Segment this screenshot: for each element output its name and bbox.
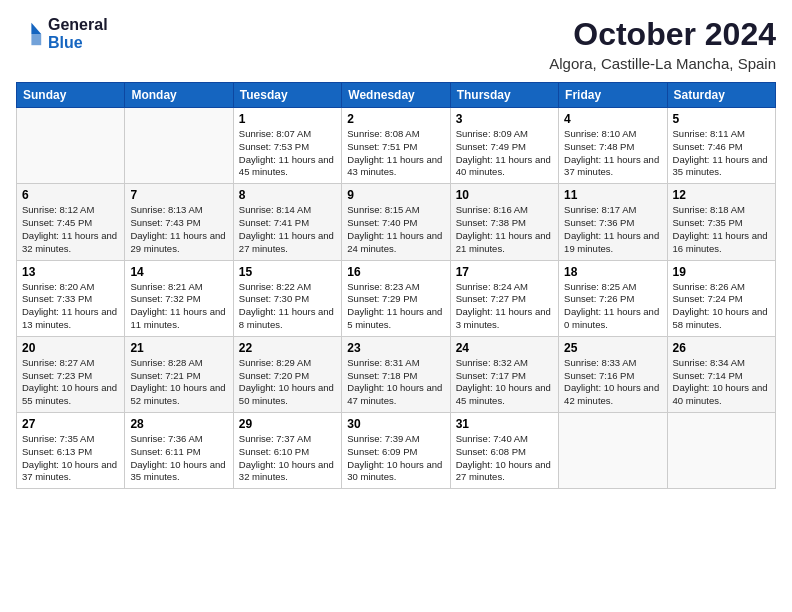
logo-blue: Blue xyxy=(48,34,83,51)
day-cell: 8Sunrise: 8:14 AM Sunset: 7:41 PM Daylig… xyxy=(233,184,341,260)
col-saturday: Saturday xyxy=(667,83,775,108)
day-detail: Sunrise: 8:10 AM Sunset: 7:48 PM Dayligh… xyxy=(564,128,661,179)
day-cell: 23Sunrise: 8:31 AM Sunset: 7:18 PM Dayli… xyxy=(342,336,450,412)
day-detail: Sunrise: 7:40 AM Sunset: 6:08 PM Dayligh… xyxy=(456,433,553,484)
day-detail: Sunrise: 8:11 AM Sunset: 7:46 PM Dayligh… xyxy=(673,128,770,179)
day-cell: 22Sunrise: 8:29 AM Sunset: 7:20 PM Dayli… xyxy=(233,336,341,412)
day-cell: 7Sunrise: 8:13 AM Sunset: 7:43 PM Daylig… xyxy=(125,184,233,260)
logo-icon xyxy=(16,20,44,48)
day-number: 20 xyxy=(22,341,119,355)
day-number: 1 xyxy=(239,112,336,126)
day-detail: Sunrise: 8:08 AM Sunset: 7:51 PM Dayligh… xyxy=(347,128,444,179)
day-detail: Sunrise: 8:21 AM Sunset: 7:32 PM Dayligh… xyxy=(130,281,227,332)
week-row-5: 27Sunrise: 7:35 AM Sunset: 6:13 PM Dayli… xyxy=(17,413,776,489)
day-cell: 3Sunrise: 8:09 AM Sunset: 7:49 PM Daylig… xyxy=(450,108,558,184)
day-cell: 31Sunrise: 7:40 AM Sunset: 6:08 PM Dayli… xyxy=(450,413,558,489)
day-cell: 19Sunrise: 8:26 AM Sunset: 7:24 PM Dayli… xyxy=(667,260,775,336)
day-cell: 11Sunrise: 8:17 AM Sunset: 7:36 PM Dayli… xyxy=(559,184,667,260)
day-detail: Sunrise: 8:18 AM Sunset: 7:35 PM Dayligh… xyxy=(673,204,770,255)
day-cell xyxy=(559,413,667,489)
day-number: 21 xyxy=(130,341,227,355)
day-number: 30 xyxy=(347,417,444,431)
day-cell: 20Sunrise: 8:27 AM Sunset: 7:23 PM Dayli… xyxy=(17,336,125,412)
week-row-4: 20Sunrise: 8:27 AM Sunset: 7:23 PM Dayli… xyxy=(17,336,776,412)
day-cell xyxy=(667,413,775,489)
day-detail: Sunrise: 8:09 AM Sunset: 7:49 PM Dayligh… xyxy=(456,128,553,179)
day-detail: Sunrise: 8:12 AM Sunset: 7:45 PM Dayligh… xyxy=(22,204,119,255)
week-row-2: 6Sunrise: 8:12 AM Sunset: 7:45 PM Daylig… xyxy=(17,184,776,260)
day-cell: 17Sunrise: 8:24 AM Sunset: 7:27 PM Dayli… xyxy=(450,260,558,336)
month-title: October 2024 xyxy=(549,16,776,53)
col-friday: Friday xyxy=(559,83,667,108)
day-detail: Sunrise: 8:15 AM Sunset: 7:40 PM Dayligh… xyxy=(347,204,444,255)
day-cell: 24Sunrise: 8:32 AM Sunset: 7:17 PM Dayli… xyxy=(450,336,558,412)
day-detail: Sunrise: 8:25 AM Sunset: 7:26 PM Dayligh… xyxy=(564,281,661,332)
location-subtitle: Algora, Castille-La Mancha, Spain xyxy=(549,55,776,72)
day-number: 2 xyxy=(347,112,444,126)
day-number: 6 xyxy=(22,188,119,202)
day-detail: Sunrise: 8:26 AM Sunset: 7:24 PM Dayligh… xyxy=(673,281,770,332)
day-cell: 5Sunrise: 8:11 AM Sunset: 7:46 PM Daylig… xyxy=(667,108,775,184)
day-number: 11 xyxy=(564,188,661,202)
day-cell: 25Sunrise: 8:33 AM Sunset: 7:16 PM Dayli… xyxy=(559,336,667,412)
logo-general: General xyxy=(48,16,108,33)
day-number: 9 xyxy=(347,188,444,202)
day-cell xyxy=(17,108,125,184)
week-row-3: 13Sunrise: 8:20 AM Sunset: 7:33 PM Dayli… xyxy=(17,260,776,336)
day-number: 29 xyxy=(239,417,336,431)
day-cell: 6Sunrise: 8:12 AM Sunset: 7:45 PM Daylig… xyxy=(17,184,125,260)
day-number: 16 xyxy=(347,265,444,279)
day-detail: Sunrise: 7:37 AM Sunset: 6:10 PM Dayligh… xyxy=(239,433,336,484)
logo-text: General Blue xyxy=(48,16,108,51)
col-thursday: Thursday xyxy=(450,83,558,108)
day-cell: 29Sunrise: 7:37 AM Sunset: 6:10 PM Dayli… xyxy=(233,413,341,489)
day-detail: Sunrise: 8:22 AM Sunset: 7:30 PM Dayligh… xyxy=(239,281,336,332)
day-detail: Sunrise: 8:17 AM Sunset: 7:36 PM Dayligh… xyxy=(564,204,661,255)
day-detail: Sunrise: 8:34 AM Sunset: 7:14 PM Dayligh… xyxy=(673,357,770,408)
day-number: 23 xyxy=(347,341,444,355)
day-cell: 1Sunrise: 8:07 AM Sunset: 7:53 PM Daylig… xyxy=(233,108,341,184)
day-number: 15 xyxy=(239,265,336,279)
day-number: 24 xyxy=(456,341,553,355)
day-detail: Sunrise: 8:16 AM Sunset: 7:38 PM Dayligh… xyxy=(456,204,553,255)
day-number: 4 xyxy=(564,112,661,126)
day-detail: Sunrise: 7:39 AM Sunset: 6:09 PM Dayligh… xyxy=(347,433,444,484)
day-cell: 30Sunrise: 7:39 AM Sunset: 6:09 PM Dayli… xyxy=(342,413,450,489)
day-cell: 9Sunrise: 8:15 AM Sunset: 7:40 PM Daylig… xyxy=(342,184,450,260)
day-cell: 18Sunrise: 8:25 AM Sunset: 7:26 PM Dayli… xyxy=(559,260,667,336)
day-detail: Sunrise: 8:32 AM Sunset: 7:17 PM Dayligh… xyxy=(456,357,553,408)
day-number: 10 xyxy=(456,188,553,202)
day-detail: Sunrise: 8:24 AM Sunset: 7:27 PM Dayligh… xyxy=(456,281,553,332)
day-number: 13 xyxy=(22,265,119,279)
day-detail: Sunrise: 8:13 AM Sunset: 7:43 PM Dayligh… xyxy=(130,204,227,255)
day-number: 18 xyxy=(564,265,661,279)
day-number: 19 xyxy=(673,265,770,279)
day-cell: 28Sunrise: 7:36 AM Sunset: 6:11 PM Dayli… xyxy=(125,413,233,489)
day-cell: 2Sunrise: 8:08 AM Sunset: 7:51 PM Daylig… xyxy=(342,108,450,184)
day-detail: Sunrise: 8:28 AM Sunset: 7:21 PM Dayligh… xyxy=(130,357,227,408)
col-sunday: Sunday xyxy=(17,83,125,108)
col-monday: Monday xyxy=(125,83,233,108)
day-number: 14 xyxy=(130,265,227,279)
day-cell: 12Sunrise: 8:18 AM Sunset: 7:35 PM Dayli… xyxy=(667,184,775,260)
title-block: October 2024 Algora, Castille-La Mancha,… xyxy=(549,16,776,72)
col-tuesday: Tuesday xyxy=(233,83,341,108)
day-number: 17 xyxy=(456,265,553,279)
day-cell: 26Sunrise: 8:34 AM Sunset: 7:14 PM Dayli… xyxy=(667,336,775,412)
day-detail: Sunrise: 8:31 AM Sunset: 7:18 PM Dayligh… xyxy=(347,357,444,408)
day-number: 22 xyxy=(239,341,336,355)
week-row-1: 1Sunrise: 8:07 AM Sunset: 7:53 PM Daylig… xyxy=(17,108,776,184)
day-number: 27 xyxy=(22,417,119,431)
day-detail: Sunrise: 8:23 AM Sunset: 7:29 PM Dayligh… xyxy=(347,281,444,332)
day-number: 28 xyxy=(130,417,227,431)
day-detail: Sunrise: 7:35 AM Sunset: 6:13 PM Dayligh… xyxy=(22,433,119,484)
day-detail: Sunrise: 8:14 AM Sunset: 7:41 PM Dayligh… xyxy=(239,204,336,255)
day-detail: Sunrise: 7:36 AM Sunset: 6:11 PM Dayligh… xyxy=(130,433,227,484)
day-cell: 16Sunrise: 8:23 AM Sunset: 7:29 PM Dayli… xyxy=(342,260,450,336)
day-detail: Sunrise: 8:07 AM Sunset: 7:53 PM Dayligh… xyxy=(239,128,336,179)
day-number: 26 xyxy=(673,341,770,355)
svg-marker-2 xyxy=(31,34,41,45)
day-cell: 21Sunrise: 8:28 AM Sunset: 7:21 PM Dayli… xyxy=(125,336,233,412)
day-number: 8 xyxy=(239,188,336,202)
day-cell: 15Sunrise: 8:22 AM Sunset: 7:30 PM Dayli… xyxy=(233,260,341,336)
